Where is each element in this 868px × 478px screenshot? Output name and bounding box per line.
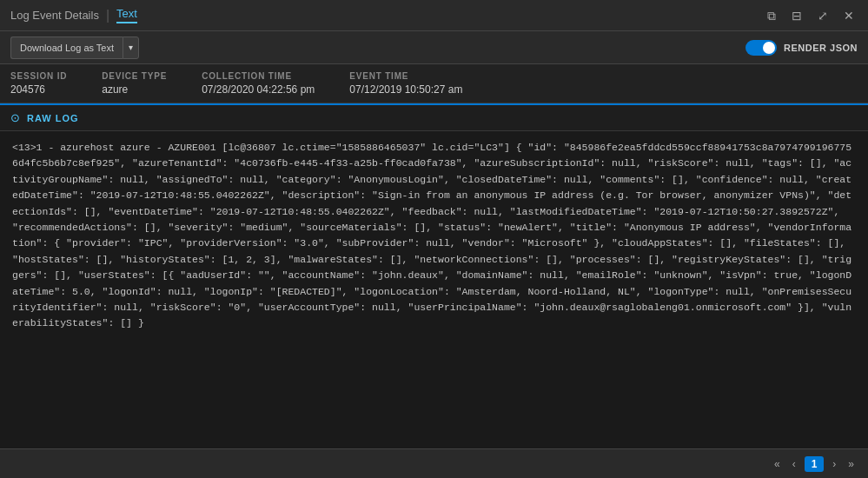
collection-time-item: COLLECTION TIME 07/28/2020 04:22:56 pm <box>202 71 315 96</box>
render-json-toggle-wrap: RENDER JSON <box>745 40 858 56</box>
raw-log-icon: ⊙ <box>10 111 20 124</box>
expand-button[interactable]: ⤢ <box>814 8 832 23</box>
header-divider: | <box>106 8 109 23</box>
collection-time-label: COLLECTION TIME <box>202 71 315 81</box>
raw-log-title: RAW LOG <box>27 113 79 123</box>
raw-log-header: ⊙ RAW LOG <box>0 103 868 131</box>
restore-button[interactable]: ⧉ <box>764 8 779 23</box>
header-icons: ⧉ ⊟ ⤢ ✕ <box>764 8 858 23</box>
collection-time-value: 07/28/2020 04:22:56 pm <box>202 83 315 96</box>
prev-page-button[interactable]: ‹ <box>789 456 799 472</box>
event-time-value: 07/12/2019 10:50:27 am <box>349 83 462 96</box>
device-type-item: DEVICE TYPE azure <box>102 71 167 96</box>
next-page-button[interactable]: › <box>829 456 839 472</box>
download-log-button[interactable]: Download Log as Text <box>10 37 123 59</box>
toggle-track[interactable] <box>745 40 777 56</box>
toggle-thumb <box>763 42 775 54</box>
header-title: Log Event Details <box>10 9 99 22</box>
download-dropdown-button[interactable]: ▾ <box>123 37 139 59</box>
tab-text[interactable]: Text <box>116 7 137 23</box>
session-id-item: SESSION ID 204576 <box>10 71 67 96</box>
log-content[interactable]: <13>1 - azurehost azure - AZURE001 [lc@3… <box>0 131 868 442</box>
session-id-value: 204576 <box>10 83 67 96</box>
meta-bar: SESSION ID 204576 DEVICE TYPE azure COLL… <box>0 64 868 103</box>
session-id-label: SESSION ID <box>10 71 67 81</box>
render-json-toggle[interactable] <box>745 40 777 56</box>
render-json-label: RENDER JSON <box>784 43 858 53</box>
event-time-item: EVENT TIME 07/12/2019 10:50:27 am <box>349 71 462 96</box>
footer-pagination: « ‹ 1 › » <box>0 448 868 478</box>
event-time-label: EVENT TIME <box>349 71 462 81</box>
current-page: 1 <box>805 456 825 472</box>
toolbar: Download Log as Text ▾ RENDER JSON <box>0 31 868 64</box>
close-button[interactable]: ✕ <box>840 8 858 23</box>
header-left: Log Event Details | Text <box>10 7 137 23</box>
device-type-label: DEVICE TYPE <box>102 71 167 81</box>
split-button[interactable]: ⊟ <box>788 8 805 23</box>
device-type-value: azure <box>102 83 167 96</box>
toolbar-left: Download Log as Text ▾ <box>10 37 139 59</box>
last-page-button[interactable]: » <box>845 456 858 472</box>
header: Log Event Details | Text ⧉ ⊟ ⤢ ✕ <box>0 0 868 31</box>
first-page-button[interactable]: « <box>771 456 784 472</box>
